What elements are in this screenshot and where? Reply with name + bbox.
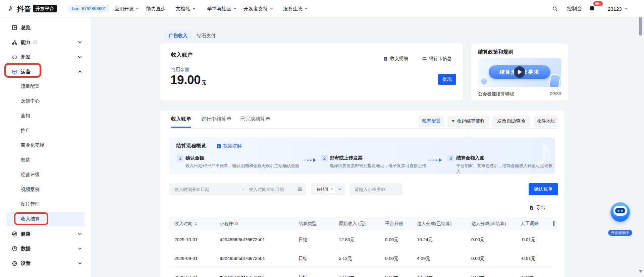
sidebar-item-商业化变现[interactable]: 商业化变现 [0,138,91,153]
topnav-item-label: 开发者支持 [244,6,268,12]
sidebar-item-label: 设置 [21,260,31,267]
triangle-down-icon [452,120,454,123]
statement-link[interactable]: 收支明细 [383,56,408,62]
topnav-item[interactable]: 文档站 [176,0,196,17]
settlement-flow-panel: ♪ 结算流程概览 视频讲解 1 确认金额 收入日期+2日产出账单，确认明细和金额… [169,137,555,174]
column-header-label: 达人分成(未结算) [471,221,506,227]
collapse-flow-button[interactable]: 收起结算流程 [447,116,489,127]
sidebar-item-数据[interactable]: 数据 [0,241,91,256]
brand-name: 抖音 [17,4,32,14]
robot-face [613,206,627,216]
topnav-item-label: 能力直达 [146,6,166,12]
topnav-item[interactable]: 学堂与社区 [207,0,237,17]
column-header-label: 达人分成(已结算) [417,221,452,227]
table-cell: 0.01元 [521,274,558,277]
sidebar-item-能力[interactable]: 能力 [0,35,91,50]
topnav-item[interactable]: 能力直达 [146,0,166,17]
scrollbar-down-arrow[interactable] [639,270,643,273]
diamond-decoration [480,77,488,85]
topnav-item[interactable]: 服务生态 [283,0,308,17]
sidebar-item-权益[interactable]: 权益 [0,153,91,167]
topnav-item[interactable]: 开发者支持 [244,0,273,17]
user-menu[interactable]: 23123 [608,0,628,17]
tabs-divider [169,128,558,129]
notification-bell-icon[interactable] [589,5,595,13]
policy-video-thumbnail[interactable]: 结算流程及要求 [478,58,561,87]
tab-diamond-pay[interactable]: 钻石支付 [192,30,221,41]
robot-eye [618,210,620,212]
status-select[interactable]: 待结算 × [311,183,345,195]
sidebar-item-流量配置[interactable]: 流量配置 [0,79,91,94]
sidebar-item-视频案例[interactable]: 视频案例 [0,182,91,197]
topnav-item[interactable]: 应用开发 [114,0,139,17]
balance-label: 可用余额 [171,67,189,73]
tab-completed-settlements[interactable]: 已完成结算单 [240,116,270,122]
appid-input[interactable]: 请输入小程序ID [350,183,402,195]
statement-link-label: 收支明细 [390,56,408,62]
tax-config-button[interactable]: 税率配置 [419,116,444,127]
table-cell: -0.01元 [521,256,558,262]
chevron-down-icon[interactable] [338,187,342,191]
sidebar-item-运营[interactable]: 运营 [0,64,91,79]
play-button-icon[interactable] [514,66,525,78]
mail-address-button[interactable]: 收件地址 [534,116,558,127]
robot-eye [621,210,623,212]
tab-income-bills[interactable]: 收入账单 [171,116,191,122]
export-button[interactable]: 导出 [529,205,545,211]
chevron-down-icon [77,231,83,236]
chevron-down-icon [77,54,83,60]
step-3-title: 结算金额入账 [456,155,484,161]
topnav-item-label: 应用开发 [114,6,134,12]
sidebar-item-推广[interactable]: 推广 [0,123,91,138]
column-header: 结算类型 [299,221,339,227]
policy-footer-link[interactable]: 公会极速结算特权 [478,91,514,97]
tag-close-icon[interactable]: × [330,187,333,192]
operations-chart-icon [11,69,17,75]
console-link[interactable]: 控制台 [567,0,582,17]
search-icon[interactable] [552,6,558,13]
invoice-check-button[interactable]: 发票自助查验 [492,116,530,127]
table-cell: 2029-09-01 [174,256,220,261]
sidebar-item-收入结算[interactable]: 收入结算 [6,212,85,226]
sidebar-item-反馈中心[interactable]: 反馈中心 [0,94,91,109]
chevron-down-icon [270,6,273,11]
calendar-icon[interactable] [297,187,302,193]
sort-icon[interactable] [194,221,198,226]
bank-card-link[interactable]: 银行卡信息 [422,56,452,62]
sidebar-item-label: 权益 [21,157,30,163]
withdraw-button[interactable]: 提现 [438,74,456,85]
sidebar-item-开发[interactable]: 开发 [0,50,91,64]
env-tag[interactable]: boe_6792853601 [69,5,109,12]
flow-video-link[interactable]: 视频讲解 [216,143,242,149]
column-header: 平台补贴 [385,221,417,227]
sidebar-item-营销[interactable]: 营销 [0,109,91,123]
sidebar-item-健康[interactable]: 健康 [0,226,91,241]
sidebar-item-label: 收入结算 [21,216,40,222]
export-label: 导出 [536,205,545,211]
flow-title: 结算流程概览 [176,143,206,149]
tab-ad-income[interactable]: 广告收入 [164,30,193,41]
column-header[interactable]: 收入时间 [174,221,220,227]
column-header-label: 结算类型 [299,221,317,227]
code-icon [11,54,17,60]
step-1-number: 1 [177,155,183,161]
income-account-card: 收入账户 [160,44,463,100]
table-cell: -0.01元 [521,237,558,243]
sidebar-item-总览[interactable]: 总览 [0,20,91,35]
balance-amount: 19.00 [170,73,201,87]
assistant-robot-icon[interactable] [610,202,630,222]
confirm-bill-button[interactable]: 确认账单 [529,183,558,195]
chevron-down-icon [77,246,83,251]
column-header: 达人分成(已结算) [417,221,471,227]
sidebar-item-图片管理[interactable]: 图片管理 [0,197,91,212]
info-icon [33,40,38,45]
sidebar-item-label: 开发 [21,54,31,60]
sidebar-item-经营评级[interactable]: 经营评级 [0,167,91,182]
table-cell: tt204856f5bf76672b01 [220,275,299,277]
date-range-input[interactable]: 收入时间开始日期 ~ 收入时间结束日期 [169,183,306,195]
column-header: 人工调账 [521,221,558,227]
assistant-label[interactable]: 开发者助手 [608,230,632,236]
sidebar-item-设置[interactable]: 设置 [0,256,91,271]
chevron-down-icon [624,7,628,11]
tab-in-progress-settlements[interactable]: 进行中结算单 [201,116,231,122]
